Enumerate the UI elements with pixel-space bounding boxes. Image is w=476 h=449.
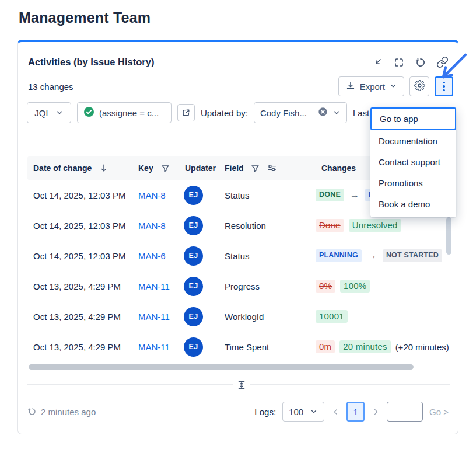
change-badge: DONE: [316, 189, 344, 201]
more-actions-button[interactable]: [435, 76, 453, 96]
logs-label: Logs:: [254, 407, 276, 417]
prev-page-button[interactable]: [331, 408, 340, 416]
activities-panel: Activities (by Issue History) 13 changes…: [18, 40, 459, 434]
change-badge: 0%: [316, 280, 335, 293]
next-page-button[interactable]: [371, 408, 380, 416]
change-date-cell: Oct 14, 2025, 12:03 PM: [27, 251, 134, 261]
updated-by-value: Cody Fish...: [260, 108, 313, 118]
external-link-icon: [181, 108, 191, 117]
jql-query-input[interactable]: (assignee = c...: [77, 102, 172, 123]
adjust-columns-icon[interactable]: [267, 163, 277, 173]
issue-key-cell: MAN-11: [134, 312, 180, 322]
horizontal-scrollbar[interactable]: [29, 364, 414, 370]
issue-key-link[interactable]: MAN-6: [138, 251, 166, 261]
refresh-icon[interactable]: [415, 57, 426, 68]
link-icon[interactable]: [436, 56, 449, 68]
changes-cell: PLANNING→NOT STARTED: [310, 249, 449, 262]
avatar: EJ: [184, 186, 203, 205]
collapse-icon[interactable]: [372, 57, 383, 68]
updated-by-select[interactable]: Cody Fish...: [254, 102, 347, 123]
jql-label: JQL: [34, 108, 51, 118]
resize-handle[interactable]: [233, 379, 250, 391]
export-button[interactable]: Export: [338, 76, 404, 96]
vertical-scrollbar[interactable]: [446, 217, 452, 255]
menu-item-book-a-demo[interactable]: Book a demo: [370, 193, 456, 214]
page-size-select[interactable]: 100: [282, 402, 324, 422]
issue-key-cell: MAN-11: [134, 342, 180, 352]
change-date-cell: Oct 13, 2025, 4:29 PM: [27, 281, 134, 291]
menu-item-contact-support[interactable]: Contact support: [370, 151, 456, 172]
field-cell: Status: [221, 190, 310, 200]
changes-cell: DoneUnresolved: [310, 219, 449, 232]
updater-cell: EJ: [180, 277, 221, 296]
change-date-cell: Oct 14, 2025, 12:03 PM: [27, 190, 134, 200]
issue-key-link[interactable]: MAN-8: [138, 221, 166, 231]
export-label: Export: [360, 82, 385, 92]
field-cell: WorklogId: [221, 312, 310, 322]
open-in-new-button[interactable]: [177, 104, 195, 121]
filter-icon[interactable]: [160, 163, 170, 173]
change-badge: PLANNING: [316, 249, 362, 262]
changes-cell: 0m20 minutes(+20 minutes): [310, 340, 449, 354]
chevron-right-icon: [372, 408, 380, 416]
table-row: Oct 13, 2025, 4:29 PMMAN-11EJProgress0%1…: [27, 271, 449, 301]
change-badge: 0m: [316, 340, 335, 354]
clear-icon[interactable]: [318, 107, 328, 119]
last-refresh[interactable]: 2 minutes ago: [27, 407, 96, 417]
chevron-down-icon: [332, 109, 341, 117]
arrow-right-icon: →: [349, 190, 360, 200]
filter-icon[interactable]: [250, 163, 260, 173]
change-badge: 100%: [340, 280, 370, 293]
issue-key-link[interactable]: MAN-11: [138, 281, 170, 291]
updater-cell: EJ: [180, 186, 221, 205]
change-date-cell: Oct 14, 2025, 12:03 PM: [27, 221, 134, 231]
go-button[interactable]: Go >: [429, 407, 449, 417]
gear-icon: [414, 80, 425, 93]
fullscreen-icon[interactable]: [393, 57, 405, 68]
page-title: Management Team: [19, 9, 150, 26]
valid-check-icon: [83, 106, 94, 119]
chevron-down-icon: [310, 408, 318, 416]
change-badge: NOT STARTED: [383, 249, 442, 262]
table-row: Oct 14, 2025, 12:03 PMMAN-6EJStatusPLANN…: [27, 241, 449, 271]
issue-key-link[interactable]: MAN-11: [138, 342, 170, 352]
menu-item-promotions[interactable]: Promotions: [370, 172, 456, 193]
col-header-date[interactable]: Date of change: [33, 163, 92, 173]
settings-button[interactable]: [410, 76, 429, 96]
sort-desc-icon[interactable]: [99, 163, 109, 173]
menu-item-documentation[interactable]: Documentation: [370, 130, 456, 151]
changes-count: 13 changes: [28, 82, 74, 92]
col-header-key[interactable]: Key: [138, 163, 153, 173]
issue-key-link[interactable]: MAN-11: [138, 312, 170, 322]
jql-mode-select[interactable]: JQL: [27, 102, 71, 123]
avatar: EJ: [184, 307, 203, 326]
field-cell: Time Spent: [221, 342, 310, 352]
col-header-updater[interactable]: Updater: [185, 163, 216, 173]
issue-key-link[interactable]: MAN-8: [138, 190, 166, 200]
issue-key-cell: MAN-8: [134, 221, 180, 231]
refresh-small-icon: [27, 407, 37, 416]
menu-item-go-to-app[interactable]: Go to app: [370, 107, 456, 130]
jql-query-value: (assignee = c...: [99, 108, 159, 118]
avatar: EJ: [184, 216, 203, 235]
field-cell: Resolution: [221, 221, 310, 231]
avatar: EJ: [184, 337, 203, 357]
updater-cell: EJ: [180, 337, 221, 357]
last-refresh-text: 2 minutes ago: [41, 407, 96, 417]
updater-cell: EJ: [180, 216, 221, 235]
kebab-icon: [443, 82, 445, 92]
change-badge: 20 minutes: [340, 340, 390, 354]
change-badge: 10001: [316, 310, 348, 323]
goto-page-input[interactable]: [387, 402, 423, 422]
chevron-left-icon: [331, 408, 340, 416]
changes-cell: 10001: [310, 310, 449, 323]
download-icon: [345, 81, 356, 93]
issue-key-cell: MAN-8: [134, 190, 180, 200]
col-header-field[interactable]: Field: [225, 163, 244, 173]
issue-key-cell: MAN-6: [134, 251, 180, 261]
avatar: EJ: [184, 246, 203, 266]
current-page-button[interactable]: 1: [346, 402, 365, 422]
more-actions-menu: Go to appDocumentationContact supportPro…: [370, 107, 456, 217]
chevron-down-icon: [389, 82, 397, 92]
field-cell: Status: [221, 251, 310, 261]
